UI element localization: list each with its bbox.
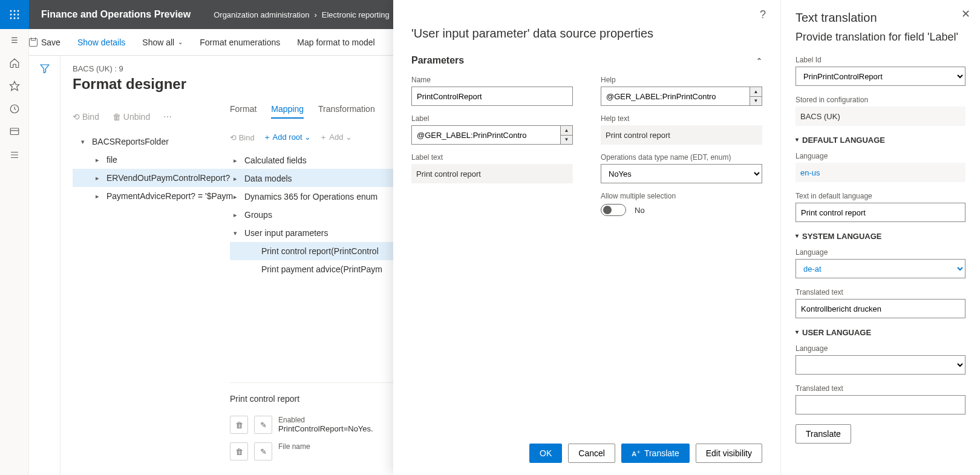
- delete-icon[interactable]: 🗑: [230, 442, 248, 460]
- filter-column: [29, 56, 60, 475]
- helptext-field: Help text Print control report: [601, 114, 762, 145]
- binding-row: 🗑✎File name: [230, 442, 393, 460]
- help-input[interactable]: [601, 87, 762, 106]
- datasource-node[interactable]: ▸Groups: [230, 206, 393, 224]
- more-icon[interactable]: ⋯: [163, 112, 172, 122]
- hamburger-icon[interactable]: ☰: [8, 34, 21, 46]
- recent-icon[interactable]: [8, 103, 21, 115]
- close-icon[interactable]: ✕: [961, 7, 970, 21]
- spinner-icon[interactable]: ▲▼: [750, 87, 762, 105]
- breadcrumb: Organization administration › Electronic…: [203, 10, 390, 19]
- spinner-icon[interactable]: ▲▼: [560, 126, 572, 144]
- cancel-button[interactable]: Cancel: [568, 444, 615, 463]
- system-text-input[interactable]: [795, 299, 965, 318]
- add-button[interactable]: ＋ Add ⌄: [319, 132, 352, 143]
- properties-footer: OK Cancel ᴀ⁺Translate Edit visibility: [529, 444, 762, 463]
- default-text-input[interactable]: [795, 203, 965, 222]
- labeltext-value: Print control report: [411, 164, 573, 183]
- format-enumerations-button[interactable]: Format enumerations: [200, 38, 280, 47]
- svg-point-3: [10, 14, 12, 16]
- svg-marker-9: [10, 82, 19, 91]
- modules-icon[interactable]: [8, 149, 21, 161]
- funnel-icon[interactable]: [39, 63, 50, 475]
- show-details-button[interactable]: Show details: [77, 38, 125, 47]
- translate-button[interactable]: ᴀ⁺Translate: [621, 444, 690, 463]
- caret-icon: ▸: [234, 193, 244, 201]
- datasource-node[interactable]: ▸Calculated fields: [230, 151, 393, 169]
- save-button[interactable]: Save: [29, 38, 60, 47]
- designer-subtitle: BACS (UK) : 9: [73, 64, 393, 73]
- tab-transformations[interactable]: Transformation: [318, 104, 375, 119]
- app-brand: Finance and Operations Preview: [29, 9, 203, 20]
- ok-button[interactable]: OK: [529, 444, 562, 463]
- labeltext-field: Label text Print control report: [411, 153, 573, 183]
- section-header-parameters[interactable]: Parameters ⌄: [411, 55, 762, 66]
- breadcrumb-item[interactable]: Organization administration: [214, 10, 309, 19]
- caret-icon: ▾: [234, 229, 244, 237]
- star-icon[interactable]: [8, 80, 21, 92]
- system-language-select[interactable]: de-at: [795, 259, 965, 278]
- translate-run-button[interactable]: Translate: [795, 424, 851, 444]
- translation-title: Text translation: [795, 11, 965, 25]
- home-icon[interactable]: [8, 57, 21, 69]
- allowmulti-value: No: [635, 206, 645, 215]
- datasource-node[interactable]: Print payment advice(PrintPaym: [230, 260, 393, 278]
- caret-icon: ▸: [96, 174, 106, 182]
- user-language-select[interactable]: [795, 355, 965, 375]
- datasource-node[interactable]: ▸Dynamics 365 for Operations enum: [230, 188, 393, 206]
- page-title: Format designer: [73, 76, 393, 93]
- svg-rect-11: [10, 128, 19, 135]
- chevron-down-icon: ⌄: [178, 39, 183, 45]
- allowmulti-field: Allow multiple selection No: [601, 192, 762, 216]
- link-icon: ⟲: [73, 112, 80, 122]
- caret-icon: ▸: [96, 156, 106, 164]
- mapping-tabs: Format Mapping Transformation: [230, 104, 393, 119]
- binding-title: Print control report: [230, 394, 393, 404]
- add-root-button[interactable]: ＋ Add root ⌄: [263, 132, 312, 143]
- section-user-language[interactable]: USER LANGUAGE: [795, 328, 965, 337]
- bind-button[interactable]: ⟲ Bind: [230, 133, 255, 142]
- svg-marker-12: [41, 65, 49, 73]
- delete-icon[interactable]: 🗑: [230, 416, 248, 434]
- binding-details: Print control report 🗑✎EnabledPrintContr…: [230, 382, 393, 475]
- datasource-node[interactable]: ▾User input parameters: [230, 224, 393, 242]
- name-input[interactable]: [411, 87, 573, 106]
- svg-point-4: [14, 14, 16, 16]
- show-all-button[interactable]: Show all⌄: [142, 38, 183, 47]
- datasource-node[interactable]: ▸Data models: [230, 169, 393, 188]
- svg-point-1: [14, 10, 16, 12]
- opstype-select[interactable]: NoYes: [601, 164, 762, 183]
- breadcrumb-item[interactable]: Electronic reporting: [322, 10, 390, 19]
- edit-icon[interactable]: ✎: [254, 416, 272, 434]
- name-field: Name: [411, 76, 573, 106]
- stored-config: BACS (UK): [795, 106, 965, 126]
- tab-mapping[interactable]: Mapping: [271, 104, 304, 119]
- datasource-tree: ▸Calculated fields▸Data models▸Dynamics …: [230, 151, 393, 278]
- tab-format[interactable]: Format: [230, 104, 256, 119]
- workspace-icon[interactable]: [8, 126, 21, 138]
- section-default-language[interactable]: DEFAULT LANGUAGE: [795, 136, 965, 145]
- left-nav-rail: ☰: [0, 29, 29, 475]
- mapping-column: Format Mapping Transformation ⟲ Bind ＋ A…: [230, 104, 393, 278]
- chevron-right-icon: ›: [314, 10, 316, 19]
- binding-row: 🗑✎EnabledPrintControlReport=NoYes.: [230, 416, 393, 434]
- user-text-input[interactable]: [795, 395, 965, 414]
- caret-icon: ▸: [234, 157, 244, 165]
- help-icon[interactable]: ?: [760, 8, 766, 21]
- bind-button[interactable]: ⟲ Bind: [73, 112, 99, 122]
- map-format-to-model-button[interactable]: Map format to model: [297, 38, 374, 47]
- default-language[interactable]: en-us: [795, 163, 965, 182]
- datasource-node[interactable]: Print control report(PrintControl: [230, 242, 393, 260]
- edit-visibility-button[interactable]: Edit visibility: [696, 444, 762, 463]
- section-system-language[interactable]: SYSTEM LANGUAGE: [795, 232, 965, 241]
- labelid-select[interactable]: PrinPrintControlReport: [795, 67, 965, 86]
- app-launcher-icon[interactable]: [0, 0, 29, 29]
- unbind-button[interactable]: 🗑 Unbind: [113, 112, 150, 122]
- caret-icon: ▸: [96, 192, 106, 200]
- allowmulti-toggle[interactable]: [601, 204, 626, 216]
- svg-point-8: [18, 18, 19, 19]
- label-input[interactable]: [411, 125, 573, 145]
- edit-icon[interactable]: ✎: [254, 442, 272, 460]
- translation-subtitle: Provide translation for field 'Label': [795, 31, 965, 44]
- translation-panel: ✕ Text translation Provide translation f…: [780, 0, 980, 475]
